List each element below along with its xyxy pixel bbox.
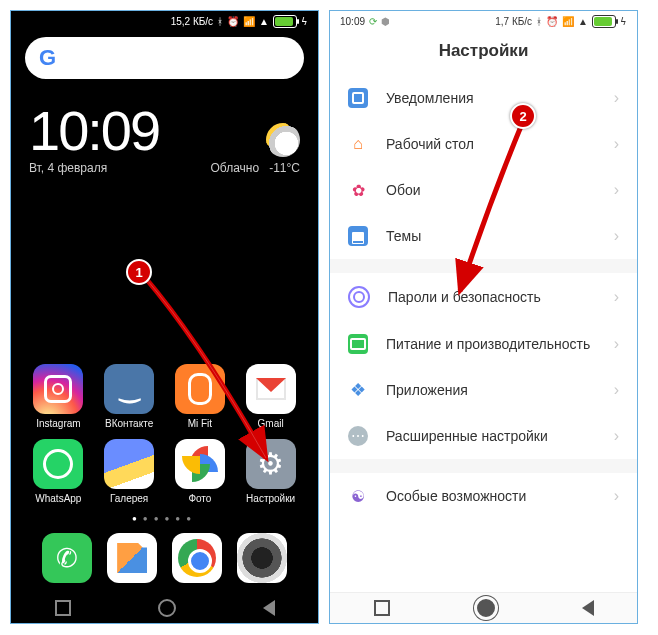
nav-back-button[interactable] xyxy=(263,600,275,616)
instagram-icon xyxy=(33,364,83,414)
mifit-icon xyxy=(175,364,225,414)
setting-desktop[interactable]: ⌂ Рабочий стол › xyxy=(330,121,637,167)
whatsapp-icon xyxy=(33,439,83,489)
setting-label: Уведомления xyxy=(386,90,614,106)
status-speed: 1,7 КБ/с xyxy=(495,16,532,27)
app-label: Instagram xyxy=(36,418,80,429)
setting-label: Темы xyxy=(386,228,614,244)
signal-icon: 📶 xyxy=(562,16,574,27)
app-label: Фото xyxy=(188,493,211,504)
app-label: Mi Fit xyxy=(188,418,212,429)
setting-label: Питание и производительность xyxy=(386,336,614,352)
chevron-right-icon: › xyxy=(614,135,619,153)
app-gmail[interactable]: Gmail xyxy=(239,364,303,429)
setting-notifications[interactable]: Уведомления › xyxy=(330,75,637,121)
app-label: Галерея xyxy=(110,493,148,504)
apps-icon: ❖ xyxy=(348,380,368,400)
nav-bar xyxy=(11,593,318,623)
app-gallery[interactable]: Галерея xyxy=(97,439,161,504)
chevron-right-icon: › xyxy=(614,181,619,199)
chevron-right-icon: › xyxy=(614,288,619,306)
chevron-right-icon: › xyxy=(614,381,619,399)
google-search-bar[interactable]: G xyxy=(25,37,304,79)
bluetooth-icon: ᚼ xyxy=(217,16,223,27)
gmail-icon xyxy=(246,364,296,414)
status-bar: 15,2 КБ/с ᚼ ⏰ 📶 ▲ ϟ xyxy=(11,11,318,31)
clock-time: 10:09 xyxy=(29,103,159,159)
setting-security[interactable]: Пароли и безопасность › xyxy=(330,273,637,321)
chevron-right-icon: › xyxy=(614,89,619,107)
app-mifit[interactable]: Mi Fit xyxy=(168,364,232,429)
more-icon xyxy=(348,426,368,446)
setting-themes[interactable]: Темы › xyxy=(330,213,637,259)
gallery-icon xyxy=(104,439,154,489)
annotation-marker-2: 2 xyxy=(510,103,536,129)
dock-phone[interactable]: ✆ xyxy=(42,533,92,583)
accessibility-icon: ☯ xyxy=(348,486,368,506)
setting-label: Особые возможности xyxy=(386,488,614,504)
charging-icon: ϟ xyxy=(620,16,627,27)
setting-power[interactable]: Питание и производительность › xyxy=(330,321,637,367)
app-label: Gmail xyxy=(258,418,284,429)
setting-advanced[interactable]: Расширенные настройки › xyxy=(330,413,637,459)
battery-icon xyxy=(273,15,297,28)
section-separator xyxy=(330,259,637,273)
app-label: ВКонтакте xyxy=(105,418,153,429)
dock: ✆ xyxy=(23,529,306,589)
nav-bar xyxy=(330,592,637,623)
themes-icon xyxy=(348,226,368,246)
app-settings[interactable]: Настройки xyxy=(239,439,303,504)
app-grid: Instagram ‿ВКонтакте Mi Fit Gmail WhatsA… xyxy=(11,356,318,593)
chevron-right-icon: › xyxy=(614,427,619,445)
bluetooth-icon: ᚼ xyxy=(536,16,542,27)
battery-setting-icon xyxy=(348,334,368,354)
sync-icon: ⟳ xyxy=(369,16,377,27)
section-separator xyxy=(330,459,637,473)
nav-recent-button[interactable] xyxy=(55,600,71,616)
weather-widget[interactable]: Облачно -11°C xyxy=(211,123,300,175)
nav-recent-button[interactable] xyxy=(374,600,390,616)
chevron-right-icon: › xyxy=(614,227,619,245)
home-icon: ⌂ xyxy=(348,134,368,154)
app-whatsapp[interactable]: WhatsApp xyxy=(26,439,90,504)
status-bar: 10:09 ⟳ ⬢ 1,7 КБ/с ᚼ ⏰ 📶 ▲ ϟ xyxy=(330,11,637,31)
charging-icon: ϟ xyxy=(301,16,308,27)
settings-icon xyxy=(246,439,296,489)
clock-weather-widget[interactable]: 10:09 Вт, 4 февраля Облачно -11°C xyxy=(11,85,318,179)
fingerprint-icon xyxy=(348,286,370,308)
app-instagram[interactable]: Instagram xyxy=(26,364,90,429)
clock-date: Вт, 4 февраля xyxy=(29,161,159,175)
signal-icon: 📶 xyxy=(243,16,255,27)
nav-home-button[interactable] xyxy=(477,599,495,617)
weather-icon xyxy=(266,123,300,157)
setting-apps[interactable]: ❖ Приложения › xyxy=(330,367,637,413)
app-label: Настройки xyxy=(246,493,295,504)
wifi-icon: ▲ xyxy=(259,16,269,27)
status-dot-icon: ⬢ xyxy=(381,16,390,27)
app-photos[interactable]: Фото xyxy=(168,439,232,504)
app-vk[interactable]: ‿ВКонтакте xyxy=(97,364,161,429)
dock-camera[interactable] xyxy=(237,533,287,583)
mic-icon[interactable] xyxy=(276,48,290,68)
alarm-icon: ⏰ xyxy=(227,16,239,27)
setting-label: Обои xyxy=(386,182,614,198)
annotation-marker-1: 1 xyxy=(126,259,152,285)
wifi-icon: ▲ xyxy=(578,16,588,27)
chevron-right-icon: › xyxy=(614,335,619,353)
page-title: Настройки xyxy=(330,31,637,75)
settings-list[interactable]: Уведомления › ⌂ Рабочий стол › ✿ Обои › … xyxy=(330,75,637,592)
chevron-right-icon: › xyxy=(614,487,619,505)
dock-chrome[interactable] xyxy=(172,533,222,583)
nav-back-button[interactable] xyxy=(582,600,594,616)
google-logo-icon: G xyxy=(39,45,56,71)
weather-temp: -11°C xyxy=(269,161,300,175)
setting-label: Рабочий стол xyxy=(386,136,614,152)
status-speed: 15,2 КБ/с xyxy=(171,16,213,27)
nav-home-button[interactable] xyxy=(158,599,176,617)
setting-wallpaper[interactable]: ✿ Обои › xyxy=(330,167,637,213)
app-label: WhatsApp xyxy=(35,493,81,504)
setting-label: Приложения xyxy=(386,382,614,398)
dock-files[interactable] xyxy=(107,533,157,583)
setting-accessibility[interactable]: ☯ Особые возможности › xyxy=(330,473,637,519)
phone-settings-screen: 10:09 ⟳ ⬢ 1,7 КБ/с ᚼ ⏰ 📶 ▲ ϟ Настройки У… xyxy=(329,10,638,624)
